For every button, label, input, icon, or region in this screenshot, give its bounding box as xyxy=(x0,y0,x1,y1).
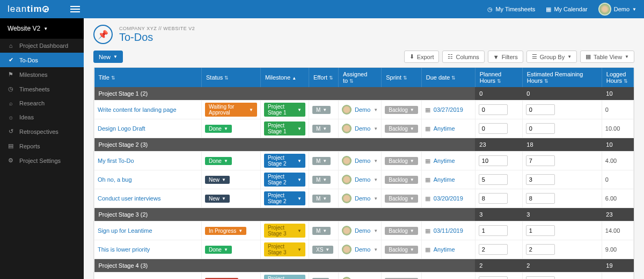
due-date[interactable]: ▦03/27/2019 xyxy=(425,106,472,113)
sidebar-item-milestones[interactable]: ⚑Milestones xyxy=(0,67,84,82)
filters-button[interactable]: ▼Filters xyxy=(488,51,523,63)
remaining-input[interactable] xyxy=(526,193,555,204)
col-effort[interactable]: Effort⇅ xyxy=(309,68,339,87)
sprint-pill[interactable]: Backlog▼ xyxy=(385,246,418,254)
col-remaining[interactable]: Estimated Remaining Hours⇅ xyxy=(522,68,602,87)
assigned-link[interactable]: Demo xyxy=(355,176,370,183)
menu-toggle-icon[interactable] xyxy=(70,6,80,12)
planned-input[interactable] xyxy=(479,174,508,185)
col-sprint[interactable]: Sprint⇅ xyxy=(382,68,422,87)
status-pill[interactable]: Done▼ xyxy=(205,125,232,133)
sidebar-item-to-dos[interactable]: ✔To-Dos xyxy=(0,53,84,67)
sprint-pill[interactable]: Backlog▼ xyxy=(385,227,418,235)
milestone-pill[interactable]: Project Stage 3▼ xyxy=(264,224,305,238)
groupby-button[interactable]: ☰Group By ▼ xyxy=(526,51,577,63)
planned-input[interactable] xyxy=(479,225,508,236)
assigned-link[interactable]: Demo xyxy=(355,227,370,234)
assigned-link[interactable]: Demo xyxy=(355,195,370,202)
sidebar-item-project-dashboard[interactable]: ⌂Project Dashboard xyxy=(0,39,84,53)
effort-pill[interactable]: M▼ xyxy=(312,195,331,203)
milestone-pill[interactable]: Project Stage 2▼ xyxy=(264,191,305,205)
status-pill[interactable]: In Progress▼ xyxy=(205,227,246,235)
remaining-input[interactable] xyxy=(526,174,555,185)
assigned-link[interactable]: Demo xyxy=(355,125,370,132)
group-row[interactable]: Project Stage 3 (2)3323 xyxy=(94,208,634,221)
planned-input[interactable] xyxy=(479,244,508,255)
col-title[interactable]: Title⇅ xyxy=(94,68,202,87)
effort-pill[interactable]: M▼ xyxy=(312,176,331,184)
sprint-pill[interactable]: Backlog▼ xyxy=(385,106,418,114)
status-pill[interactable]: New▼ xyxy=(205,176,230,184)
milestone-pill[interactable]: Project Stage 1▼ xyxy=(264,103,305,117)
todo-link[interactable]: This is lower priority xyxy=(98,246,150,253)
assigned-link[interactable]: Demo xyxy=(355,106,370,113)
col-status[interactable]: Status⇅ xyxy=(202,68,261,87)
todo-link[interactable]: Conduct user interviews xyxy=(98,195,160,202)
sidebar-item-project-settings[interactable]: ⚙Project Settings xyxy=(0,153,84,168)
remaining-input[interactable] xyxy=(526,244,555,255)
planned-input[interactable] xyxy=(479,155,508,166)
todo-link[interactable]: My first To-Do xyxy=(98,158,134,164)
milestone-pill[interactable]: Project Stage 2▼ xyxy=(264,154,305,168)
remaining-input[interactable] xyxy=(526,155,555,166)
group-row[interactable]: Project Stage 2 (3)231810 xyxy=(94,138,634,152)
columns-button[interactable]: ☷Columns xyxy=(442,51,484,63)
milestone-pill[interactable]: Project Stage 1▼ xyxy=(264,121,305,135)
milestone-pill[interactable]: Project Stage 4▼ xyxy=(264,275,305,279)
sprint-pill[interactable]: Backlog▼ xyxy=(385,125,418,133)
todo-link[interactable]: Write content for landing page xyxy=(98,106,177,113)
effort-pill[interactable]: M▼ xyxy=(312,106,331,114)
view-button[interactable]: ▦Table View ▼ xyxy=(580,51,634,63)
sidebar-item-ideas[interactable]: ☼Ideas xyxy=(0,110,84,124)
sidebar-item-research[interactable]: ⌕Research xyxy=(0,96,84,110)
group-row[interactable]: Project Stage 1 (2)0010 xyxy=(94,87,634,101)
status-pill[interactable]: Done▼ xyxy=(205,157,232,165)
todo-link[interactable]: Design Logo Draft xyxy=(98,125,145,132)
remaining-input[interactable] xyxy=(526,123,555,134)
due-date[interactable]: ▦Anytime xyxy=(425,246,472,253)
effort-pill[interactable]: M▼ xyxy=(312,227,331,235)
remaining-input[interactable] xyxy=(526,225,555,236)
status-pill[interactable]: Done▼ xyxy=(205,246,232,254)
planned-input[interactable] xyxy=(479,193,508,204)
due-date[interactable]: ▦Anytime xyxy=(425,176,472,183)
sidebar-item-reports[interactable]: ▤Reports xyxy=(0,139,84,153)
planned-input[interactable] xyxy=(479,123,508,134)
due-date[interactable]: ▦Anytime xyxy=(425,158,472,164)
pin-icon[interactable]: 📌 xyxy=(93,25,113,44)
assigned-link[interactable]: Demo xyxy=(355,158,370,164)
group-row[interactable]: Project Stage 4 (3)2219 xyxy=(94,259,634,273)
export-button[interactable]: ⬇Export xyxy=(404,51,440,63)
col-assigned[interactable]: Assigned to⇅ xyxy=(339,68,382,87)
sidebar-item-retrospectives[interactable]: ↺Retrospectives xyxy=(0,124,84,139)
my-calendar-link[interactable]: ▦My Calendar xyxy=(546,6,587,13)
status-pill[interactable]: New▼ xyxy=(205,195,230,203)
col-planned[interactable]: Planned Hours⇅ xyxy=(475,68,522,87)
effort-pill[interactable]: M▼ xyxy=(312,157,331,165)
status-pill[interactable]: Waiting for Approval▼ xyxy=(205,103,257,117)
col-milestone[interactable]: Milestone ▲ xyxy=(261,68,309,87)
my-timesheets-link[interactable]: ◷My Timesheets xyxy=(487,6,535,13)
effort-pill[interactable]: XS▼ xyxy=(312,246,333,254)
sidebar-item-timesheets[interactable]: ◷Timesheets xyxy=(0,82,84,96)
todo-link[interactable]: Sign up for Leantime xyxy=(98,227,152,234)
planned-input[interactable] xyxy=(479,276,508,279)
col-due[interactable]: Due date⇅ xyxy=(421,68,475,87)
effort-pill[interactable]: M▼ xyxy=(312,125,331,133)
due-date[interactable]: ▦03/11/2019 xyxy=(425,227,472,234)
planned-input[interactable] xyxy=(479,104,508,115)
logo[interactable]: leantim xyxy=(8,4,49,15)
remaining-input[interactable] xyxy=(526,276,555,279)
assigned-link[interactable]: Demo xyxy=(355,246,370,253)
due-date[interactable]: ▦Anytime xyxy=(425,125,472,132)
due-date[interactable]: ▦03/20/2019 xyxy=(425,195,472,202)
milestone-pill[interactable]: Project Stage 2▼ xyxy=(264,173,305,187)
sprint-pill[interactable]: Backlog▼ xyxy=(385,157,418,165)
remaining-input[interactable] xyxy=(526,104,555,115)
milestone-pill[interactable]: Project Stage 3▼ xyxy=(264,242,305,256)
sprint-pill[interactable]: Backlog▼ xyxy=(385,195,418,203)
new-button[interactable]: New ▼ xyxy=(93,51,123,63)
project-switcher[interactable]: Website V2 ▼ xyxy=(0,18,84,39)
sprint-pill[interactable]: Backlog▼ xyxy=(385,176,418,184)
user-menu[interactable]: Demo▼ xyxy=(598,3,636,16)
